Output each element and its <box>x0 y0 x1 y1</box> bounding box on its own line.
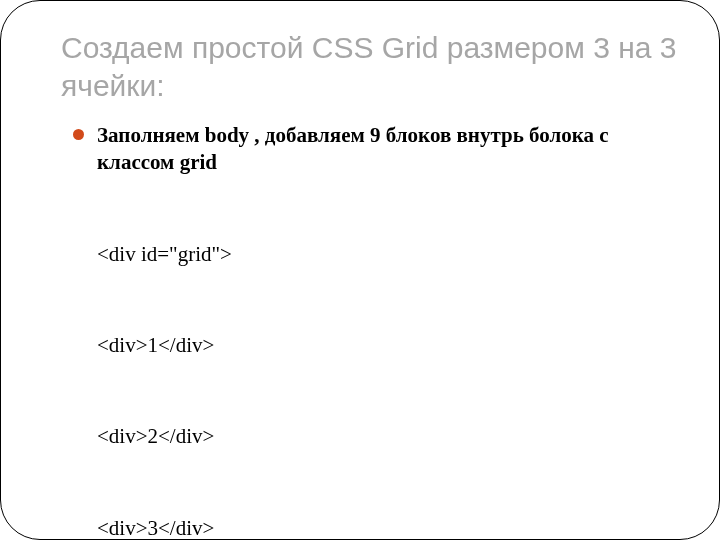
bullet-item: Заполняем body , добавляем 9 блоков внут… <box>97 122 647 540</box>
lead-kw-grid: grid <box>180 150 217 174</box>
slide-body: Заполняем body , добавляем 9 блоков внут… <box>97 122 647 540</box>
code-block: <div id="grid"> <div>1</div> <div>2</div… <box>97 178 647 540</box>
slide-title: Создаем простой CSS Grid размером 3 на 3… <box>61 29 687 104</box>
lead-text: Заполняем body , добавляем 9 блоков внут… <box>97 122 647 176</box>
code-line: <div id="grid"> <box>97 239 647 269</box>
bullet-icon <box>73 129 84 140</box>
code-line: <div>1</div> <box>97 330 647 360</box>
code-line: <div>3</div> <box>97 513 647 540</box>
lead-part1: Заполняем <box>97 123 205 147</box>
lead-kw-body: body <box>205 123 255 147</box>
lead-kw-9: 9 <box>370 123 386 147</box>
slide-frame: Создаем простой CSS Grid размером 3 на 3… <box>0 0 720 540</box>
code-line: <div>2</div> <box>97 421 647 451</box>
lead-part2: , добавляем <box>254 123 370 147</box>
